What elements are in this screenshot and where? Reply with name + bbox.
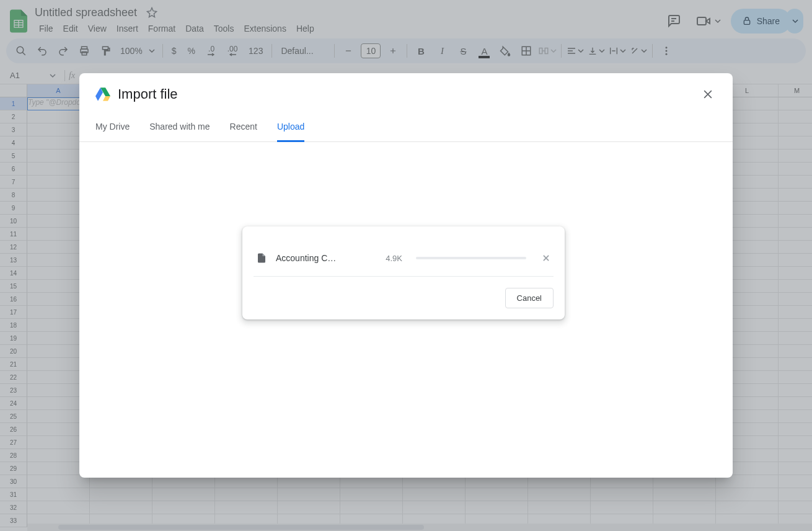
remove-file-icon[interactable] <box>540 252 552 264</box>
tab-shared[interactable]: Shared with me <box>149 115 210 141</box>
dialog-tabs: My Drive Shared with me Recent Upload <box>79 110 733 142</box>
modal-scrim: Import file My Drive Shared with me Rece… <box>0 0 812 531</box>
dialog-title: Import file <box>118 86 178 102</box>
upload-file-name: Accounting C… <box>276 253 338 263</box>
tab-upload[interactable]: Upload <box>277 115 304 142</box>
drive-icon <box>95 87 110 101</box>
tab-recent[interactable]: Recent <box>230 115 257 141</box>
upload-file-row: Accounting C… 4.9K <box>254 240 554 277</box>
cancel-button[interactable]: Cancel <box>505 288 554 308</box>
import-dialog: Import file My Drive Shared with me Rece… <box>79 73 733 478</box>
close-icon[interactable] <box>698 84 718 104</box>
file-icon <box>256 251 267 265</box>
upload-progress <box>416 257 526 259</box>
upload-card: Accounting C… 4.9K Cancel <box>242 226 565 319</box>
upload-file-size: 4.9K <box>386 254 402 263</box>
tab-my-drive[interactable]: My Drive <box>95 115 130 141</box>
